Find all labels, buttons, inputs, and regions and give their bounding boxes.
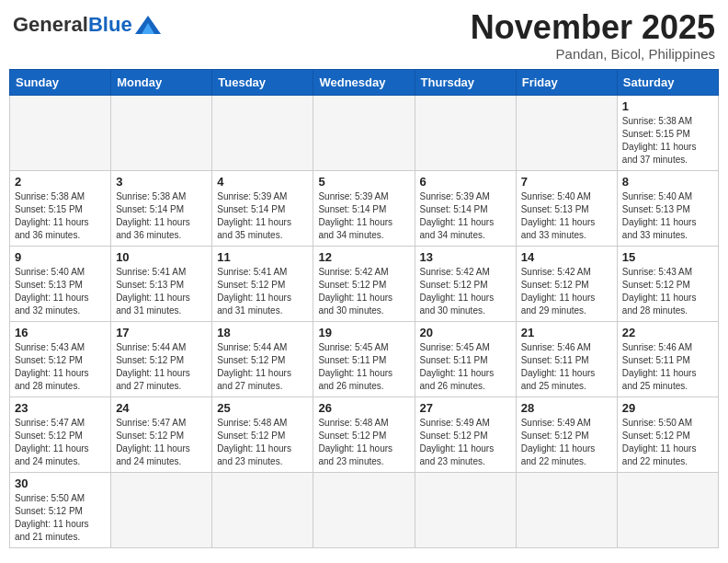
day-info: Sunrise: 5:44 AMSunset: 5:12 PMDaylight:… — [116, 341, 207, 393]
day-number: 15 — [622, 250, 713, 264]
day-info: Sunrise: 5:47 AMSunset: 5:12 PMDaylight:… — [116, 417, 207, 468]
day-number: 25 — [217, 401, 308, 415]
table-row: 1 Sunrise: 5:38 AMSunset: 5:15 PMDayligh… — [617, 95, 718, 170]
day-number: 21 — [521, 326, 612, 339]
logo-icon — [135, 16, 161, 34]
table-row: 15 Sunrise: 5:43 AMSunset: 5:12 PMDaylig… — [617, 246, 718, 321]
table-row: 17 Sunrise: 5:44 AMSunset: 5:12 PMDaylig… — [111, 321, 212, 396]
table-row: 4 Sunrise: 5:39 AMSunset: 5:14 PMDayligh… — [212, 170, 313, 246]
header-tuesday: Tuesday — [212, 69, 313, 95]
calendar-row: 9 Sunrise: 5:40 AMSunset: 5:13 PMDayligh… — [10, 246, 719, 321]
day-number: 17 — [116, 326, 207, 339]
table-row: 25 Sunrise: 5:48 AMSunset: 5:12 PMDaylig… — [212, 396, 313, 472]
day-info: Sunrise: 5:41 AMSunset: 5:12 PMDaylight:… — [217, 266, 308, 317]
table-row: 23 Sunrise: 5:47 AMSunset: 5:12 PMDaylig… — [10, 396, 111, 472]
calendar-row: 30 Sunrise: 5:50 AMSunset: 5:12 PMDaylig… — [10, 472, 719, 547]
table-row: 28 Sunrise: 5:49 AMSunset: 5:12 PMDaylig… — [516, 396, 617, 472]
logo-general: General — [13, 15, 88, 35]
day-number: 29 — [622, 401, 713, 415]
header-friday: Friday — [516, 69, 617, 95]
table-row: 9 Sunrise: 5:40 AMSunset: 5:13 PMDayligh… — [10, 246, 111, 321]
empty-cell — [313, 472, 415, 547]
day-number: 26 — [318, 401, 409, 415]
day-info: Sunrise: 5:38 AMSunset: 5:15 PMDaylight:… — [622, 115, 713, 167]
day-info: Sunrise: 5:39 AMSunset: 5:14 PMDaylight:… — [420, 190, 511, 242]
header: General Blue November 2025 Pandan, Bicol… — [9, 9, 719, 62]
table-row: 20 Sunrise: 5:45 AMSunset: 5:11 PMDaylig… — [415, 321, 516, 396]
calendar-row: 23 Sunrise: 5:47 AMSunset: 5:12 PMDaylig… — [10, 396, 719, 472]
day-number: 18 — [217, 326, 308, 339]
empty-cell — [212, 472, 313, 547]
empty-cell — [415, 472, 516, 547]
day-number: 7 — [521, 175, 612, 189]
day-number: 12 — [318, 250, 409, 264]
day-info: Sunrise: 5:42 AMSunset: 5:12 PMDaylight:… — [420, 266, 511, 317]
day-info: Sunrise: 5:48 AMSunset: 5:12 PMDaylight:… — [217, 417, 308, 468]
day-number: 13 — [420, 250, 511, 264]
calendar-row: 16 Sunrise: 5:43 AMSunset: 5:12 PMDaylig… — [10, 321, 719, 396]
day-number: 27 — [420, 401, 511, 415]
day-info: Sunrise: 5:45 AMSunset: 5:11 PMDaylight:… — [420, 341, 511, 393]
day-info: Sunrise: 5:42 AMSunset: 5:12 PMDaylight:… — [318, 266, 409, 317]
calendar-row: 1 Sunrise: 5:38 AMSunset: 5:15 PMDayligh… — [10, 95, 719, 170]
table-row: 7 Sunrise: 5:40 AMSunset: 5:13 PMDayligh… — [516, 170, 617, 246]
table-row: 10 Sunrise: 5:41 AMSunset: 5:13 PMDaylig… — [111, 246, 212, 321]
day-info: Sunrise: 5:50 AMSunset: 5:12 PMDaylight:… — [15, 492, 106, 544]
day-info: Sunrise: 5:46 AMSunset: 5:11 PMDaylight:… — [622, 341, 713, 393]
table-row: 29 Sunrise: 5:50 AMSunset: 5:12 PMDaylig… — [617, 396, 718, 472]
day-info: Sunrise: 5:49 AMSunset: 5:12 PMDaylight:… — [420, 417, 511, 468]
day-number: 20 — [420, 326, 511, 339]
empty-cell — [617, 472, 718, 547]
day-number: 5 — [318, 175, 409, 189]
header-sunday: Sunday — [10, 69, 111, 95]
empty-cell — [516, 95, 617, 170]
day-number: 2 — [15, 175, 106, 189]
table-row: 16 Sunrise: 5:43 AMSunset: 5:12 PMDaylig… — [10, 321, 111, 396]
logo-blue: Blue — [88, 15, 132, 35]
day-info: Sunrise: 5:40 AMSunset: 5:13 PMDaylight:… — [622, 190, 713, 242]
day-info: Sunrise: 5:42 AMSunset: 5:12 PMDaylight:… — [521, 266, 612, 317]
day-info: Sunrise: 5:45 AMSunset: 5:11 PMDaylight:… — [318, 341, 409, 393]
day-info: Sunrise: 5:41 AMSunset: 5:13 PMDaylight:… — [116, 266, 207, 317]
day-number: 11 — [217, 250, 308, 264]
day-info: Sunrise: 5:40 AMSunset: 5:13 PMDaylight:… — [15, 266, 106, 317]
location: Pandan, Bicol, Philippines — [471, 46, 715, 62]
header-monday: Monday — [111, 69, 212, 95]
empty-cell — [111, 95, 212, 170]
empty-cell — [313, 95, 415, 170]
day-number: 16 — [15, 326, 106, 339]
day-info: Sunrise: 5:39 AMSunset: 5:14 PMDaylight:… — [217, 190, 308, 242]
day-number: 14 — [521, 250, 612, 264]
day-number: 4 — [217, 175, 308, 189]
weekday-header-row: Sunday Monday Tuesday Wednesday Thursday… — [10, 69, 719, 95]
header-thursday: Thursday — [415, 69, 516, 95]
empty-cell — [212, 95, 313, 170]
day-info: Sunrise: 5:46 AMSunset: 5:11 PMDaylight:… — [521, 341, 612, 393]
day-info: Sunrise: 5:47 AMSunset: 5:12 PMDaylight:… — [15, 417, 106, 468]
table-row: 11 Sunrise: 5:41 AMSunset: 5:12 PMDaylig… — [212, 246, 313, 321]
month-title: November 2025 — [471, 9, 715, 46]
day-number: 6 — [420, 175, 511, 189]
calendar: Sunday Monday Tuesday Wednesday Thursday… — [9, 69, 719, 548]
table-row: 12 Sunrise: 5:42 AMSunset: 5:12 PMDaylig… — [313, 246, 415, 321]
day-info: Sunrise: 5:39 AMSunset: 5:14 PMDaylight:… — [318, 190, 409, 242]
table-row: 18 Sunrise: 5:44 AMSunset: 5:12 PMDaylig… — [212, 321, 313, 396]
day-info: Sunrise: 5:43 AMSunset: 5:12 PMDaylight:… — [622, 266, 713, 317]
header-wednesday: Wednesday — [313, 69, 415, 95]
empty-cell — [111, 472, 212, 547]
table-row: 22 Sunrise: 5:46 AMSunset: 5:11 PMDaylig… — [617, 321, 718, 396]
logo: General Blue — [13, 9, 161, 35]
day-info: Sunrise: 5:38 AMSunset: 5:14 PMDaylight:… — [116, 190, 207, 242]
table-row: 5 Sunrise: 5:39 AMSunset: 5:14 PMDayligh… — [313, 170, 415, 246]
day-info: Sunrise: 5:38 AMSunset: 5:15 PMDaylight:… — [15, 190, 106, 242]
empty-cell — [415, 95, 516, 170]
table-row: 3 Sunrise: 5:38 AMSunset: 5:14 PMDayligh… — [111, 170, 212, 246]
day-number: 1 — [622, 99, 713, 113]
table-row: 6 Sunrise: 5:39 AMSunset: 5:14 PMDayligh… — [415, 170, 516, 246]
day-number: 3 — [116, 175, 207, 189]
table-row: 13 Sunrise: 5:42 AMSunset: 5:12 PMDaylig… — [415, 246, 516, 321]
day-number: 28 — [521, 401, 612, 415]
title-area: November 2025 Pandan, Bicol, Philippines — [471, 9, 715, 62]
day-info: Sunrise: 5:49 AMSunset: 5:12 PMDaylight:… — [521, 417, 612, 468]
day-info: Sunrise: 5:48 AMSunset: 5:12 PMDaylight:… — [318, 417, 409, 468]
